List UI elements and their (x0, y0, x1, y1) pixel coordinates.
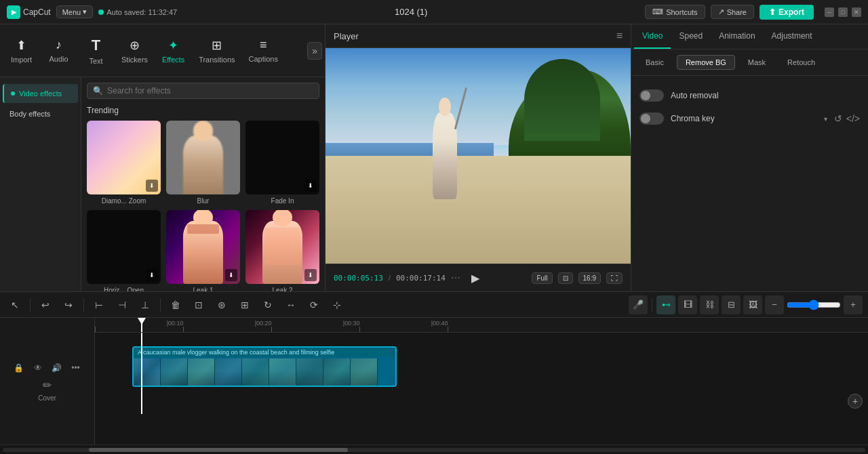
tab-effects[interactable]: ✦ Effects (155, 33, 192, 69)
redo-button[interactable]: ↪ (59, 295, 78, 314)
frame-button[interactable]: ⊞ (235, 295, 254, 314)
zoom-slider[interactable] (787, 300, 841, 310)
rotate-button[interactable]: ⟳ (304, 295, 323, 314)
effect-name-leak1: Leak 1 (166, 287, 240, 291)
link-snap-button[interactable]: ⊷ (656, 295, 675, 314)
zoom-out-button[interactable]: − (765, 295, 784, 314)
toolbar-divider-1 (30, 298, 31, 312)
chroma-key-dropdown-icon[interactable]: ▾ (824, 115, 827, 123)
effect-item-leak2[interactable]: ⬇ Leak 2 (245, 210, 319, 291)
video-track[interactable]: A caucasian male vlogger walking on the … (132, 346, 397, 387)
timeline-options-icon[interactable]: ⋯ (451, 272, 460, 283)
lock-button[interactable]: 🔒 (12, 361, 26, 375)
timeline-scrollbar[interactable] (3, 448, 865, 452)
video-overlay-button[interactable]: 🎞 (678, 295, 697, 314)
tab-transitions[interactable]: ⊞ Transitions (192, 33, 241, 69)
tab-text[interactable]: T Text (77, 31, 115, 70)
more-options-button[interactable]: ••• (69, 361, 83, 375)
frame-thumb-7 (296, 358, 323, 386)
tab-stickers[interactable]: ⊕ Stickers (115, 33, 155, 69)
import-icon: ⬆ (16, 38, 26, 53)
select-tool-button[interactable]: ↖ (5, 295, 24, 314)
effect-item-leak1[interactable]: ⬇ Leak 1 (166, 210, 240, 291)
trim-button[interactable]: ⊥ (136, 295, 155, 314)
crop-tool-button[interactable]: ⊡ (189, 295, 208, 314)
effect-name-diamond-zoom: Diamo... Zoom (87, 197, 161, 205)
playhead-line (141, 333, 142, 414)
thumbnail-button[interactable]: 🖼 (743, 295, 762, 314)
play-button[interactable]: ▶ (466, 268, 485, 287)
effect-item-diamond-zoom[interactable]: ⬇ Diamo... Zoom (87, 121, 161, 205)
cover-edit-icon[interactable]: ✏ (43, 379, 52, 392)
video-effects-button[interactable]: Video effects (3, 84, 78, 103)
auto-removal-toggle[interactable] (639, 89, 664, 102)
tabs-expand-button[interactable]: » (307, 42, 322, 60)
transform-button[interactable]: ⊹ (328, 295, 347, 314)
tab-audio[interactable]: ♪ Audio (40, 33, 77, 68)
tab-video[interactable]: Video (634, 24, 671, 49)
timeline-tracks: A caucasian male vlogger walking on the … (95, 333, 868, 414)
split-end-button[interactable]: ⊣ (113, 295, 132, 314)
audio-track-button[interactable]: 🔊 (50, 361, 64, 375)
tab-adjustment[interactable]: Adjustment (764, 24, 821, 49)
shield-button[interactable]: ⊛ (212, 295, 231, 314)
audio-icon: ♪ (56, 38, 62, 52)
cover-label-area: ✏ Cover (38, 379, 56, 402)
aspect-ratio-button[interactable]: 16:9 (578, 272, 601, 284)
export-button[interactable]: ⬆ Export (760, 5, 814, 20)
effects-container: Video effects Body effects 🔍 Trending ⬇ (0, 77, 325, 291)
sub-tab-remove-bg[interactable]: Remove BG (677, 55, 735, 70)
shortcuts-button[interactable]: ⌨ Shortcuts (645, 5, 705, 19)
split-start-button[interactable]: ⊢ (90, 295, 108, 314)
loop-button[interactable]: ↻ (258, 295, 277, 314)
delete-button[interactable]: 🗑 (166, 295, 185, 314)
audio-label: Audio (49, 55, 68, 63)
flip-button[interactable]: ↔ (281, 295, 300, 314)
timeline-right-buttons: 🎤 ⊷ 🎞 ⛓ ⊟ 🖼 − + (629, 295, 863, 314)
search-box[interactable]: 🔍 (87, 83, 319, 99)
minimize-button[interactable]: – (825, 7, 834, 17)
player-menu-icon[interactable]: ≡ (616, 30, 623, 42)
trees-right2 (524, 59, 601, 141)
text-label: Text (89, 57, 102, 65)
body-effects-button[interactable]: Body effects (3, 104, 78, 123)
tab-captions[interactable]: ≡ Captions (242, 33, 285, 68)
share-button[interactable]: ↗ Share (711, 5, 754, 19)
tab-import[interactable]: ⬆ Import (3, 33, 40, 69)
search-input[interactable] (107, 86, 313, 96)
fullscreen-button[interactable]: ⛶ (606, 272, 623, 284)
chroma-undo-icon[interactable]: ↺ (834, 113, 842, 124)
search-icon: 🔍 (93, 86, 103, 96)
zoom-in-button[interactable]: + (844, 295, 863, 314)
sub-tab-mask[interactable]: Mask (739, 55, 774, 70)
add-track-button[interactable]: + (848, 394, 863, 409)
effect-name-blur: Blur (166, 197, 240, 205)
timeline-scrollbar-thumb[interactable] (89, 448, 348, 452)
center-panel: Player ≡ 00:00:05:13 / (326, 24, 631, 291)
effect-item-blur[interactable]: Blur (166, 121, 240, 205)
maximize-button[interactable]: □ (838, 7, 848, 17)
effect-item-horiz-open[interactable]: ⬇ Horiz... Open (87, 210, 161, 291)
effect-item-fade-in[interactable]: ⬇ Fade In (245, 121, 319, 205)
right-sub-tabs: Basic Remove BG Mask Retouch (631, 49, 868, 76)
sub-tab-basic[interactable]: Basic (637, 55, 673, 70)
menu-button[interactable]: Menu ▾ (56, 5, 94, 18)
sub-tab-retouch[interactable]: Retouch (778, 55, 824, 70)
chroma-code-icon[interactable]: </> (846, 113, 860, 124)
ruler-mark-0: 00:00 (95, 327, 96, 332)
trending-section-title: Trending (87, 106, 319, 115)
mic-button[interactable]: 🎤 (629, 295, 648, 314)
undo-button[interactable]: ↩ (36, 295, 55, 314)
crop-button[interactable]: ⊡ (558, 272, 573, 284)
video-track-label: A caucasian male vlogger walking on the … (134, 348, 395, 357)
tab-speed[interactable]: Speed (671, 24, 711, 49)
visibility-button[interactable]: 👁 (31, 361, 45, 375)
full-button[interactable]: Full (532, 272, 552, 284)
main-area: ⬆ Import ♪ Audio T Text ⊕ Stickers ✦ Eff… (0, 24, 868, 291)
split-track-button[interactable]: ⊟ (722, 295, 741, 314)
chroma-key-toggle[interactable] (639, 112, 664, 125)
effect-thumb-horiz-open: ⬇ (87, 210, 161, 284)
close-button[interactable]: ✕ (852, 7, 861, 17)
tab-animation[interactable]: Animation (711, 24, 763, 49)
chain-button[interactable]: ⛓ (700, 295, 719, 314)
